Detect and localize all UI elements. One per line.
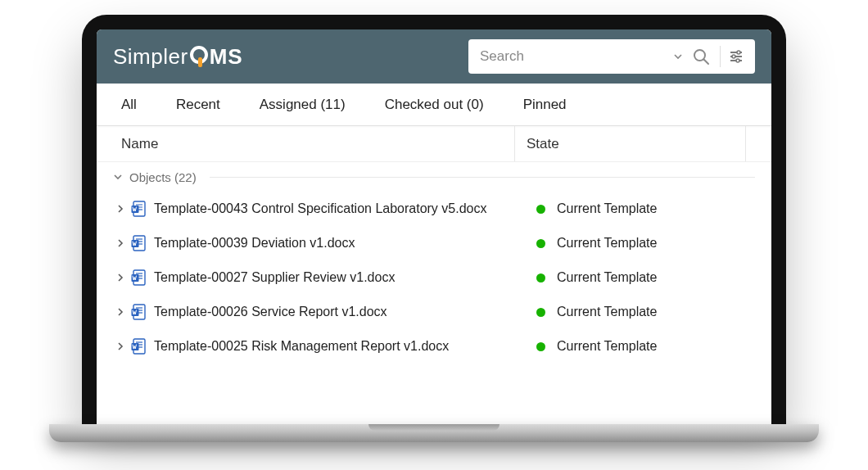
status-indicator [532,239,549,248]
status-indicator [532,273,549,282]
tab-checked-out[interactable]: Checked out (0) [385,97,484,113]
document-name[interactable]: Template-00039 Deviation v1.docx [154,236,514,251]
search-box [468,39,755,74]
document-name[interactable]: Template-00026 Service Report v1.docx [154,305,514,319]
filter-button[interactable] [726,48,747,65]
tab-assigned[interactable]: Assigned (11) [260,97,346,113]
search-icon [691,47,711,66]
search-input[interactable] [480,48,669,65]
word-doc-icon [129,235,147,251]
tab-all[interactable]: All [121,97,137,113]
column-header: Name State [97,126,771,162]
group-divider [210,177,755,178]
chevron-right-icon [116,308,124,316]
brand-q-icon [190,46,208,64]
filter-icon [728,48,744,65]
search-divider [720,46,721,67]
brand-part2: MS [210,44,243,70]
table-row: Template-00039 Deviation v1.docx Current… [113,226,755,260]
svg-point-5 [737,51,740,54]
status-indicator [532,205,549,214]
brand-logo: Simpler MS [113,44,243,70]
document-name[interactable]: Template-00043 Control Specification Lab… [154,201,514,216]
table-row: Template-00027 Supplier Review v1.docx C… [113,260,755,295]
chevron-right-icon [116,205,124,213]
document-state: Current Template [557,236,657,251]
chevron-right-icon [116,273,124,282]
row-expand-toggle[interactable] [113,342,128,350]
document-name[interactable]: Template-00027 Supplier Review v1.docx [154,270,514,285]
word-doc-icon [129,201,147,217]
chevron-down-icon [113,172,123,182]
chevron-right-icon [116,342,124,350]
search-dropdown-toggle[interactable] [669,52,687,61]
word-doc-icon [129,304,147,320]
document-name[interactable]: Template-00025 Risk Management Report v1… [154,339,514,354]
row-expand-toggle[interactable] [113,273,128,282]
brand-part1: Simpler [113,44,188,70]
tab-pinned[interactable]: Pinned [523,97,567,113]
search-button[interactable] [687,47,715,66]
document-list: Template-00043 Control Specification Lab… [97,192,771,372]
row-expand-toggle[interactable] [113,308,128,316]
table-row: Template-00026 Service Report v1.docx Cu… [113,295,755,329]
laptop-base [49,424,819,442]
table-row: Template-00025 Risk Management Report v1… [113,329,755,364]
svg-point-7 [736,59,739,62]
tab-recent[interactable]: Recent [176,97,220,113]
svg-line-1 [704,60,709,65]
group-label: Objects (22) [129,170,197,184]
word-doc-icon [129,338,147,355]
document-state: Current Template [557,201,657,216]
document-state: Current Template [557,270,657,285]
app-screen: Simpler MS [97,29,771,424]
laptop-frame: Simpler MS [82,15,786,424]
document-state: Current Template [557,339,657,354]
chevron-down-icon [673,52,683,61]
group-header[interactable]: Objects (22) [97,162,771,192]
chevron-right-icon [116,239,124,247]
tab-bar: All Recent Assigned (11) Checked out (0)… [97,84,771,126]
document-state: Current Template [557,305,657,319]
status-indicator [532,342,549,351]
table-row: Template-00043 Control Specification Lab… [113,192,755,226]
column-state[interactable]: State [527,136,559,152]
svg-point-6 [732,55,735,58]
app-header: Simpler MS [97,29,771,84]
status-indicator [532,308,549,317]
column-name[interactable]: Name [121,136,514,152]
row-expand-toggle[interactable] [113,205,128,213]
row-expand-toggle[interactable] [113,239,128,247]
word-doc-icon [129,269,147,286]
